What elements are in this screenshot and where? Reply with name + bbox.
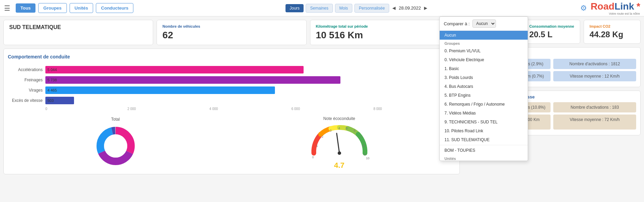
bar-track-excess: 503 [45, 97, 455, 104]
nav-center: Jours Semaines Mois Personnalisée ◄ 28.0… [286, 4, 428, 13]
reg-activations-cell: Nombre d'activations : 183 [553, 102, 636, 112]
prev-date-button[interactable]: ◄ [391, 5, 397, 11]
bar-fill-excess: 503 [45, 97, 74, 104]
svg-point-7 [338, 151, 341, 155]
dropdown-item-3-poids[interactable]: 3. Poids Lourds [440, 73, 528, 82]
donut-chart [93, 124, 138, 168]
km-label: Kilométrage total sur période [316, 24, 454, 28]
nav-btn-tous[interactable]: Tous [16, 3, 35, 13]
bar-track-virage: 4 465 [45, 86, 455, 94]
bar-row-excess: Excès de vitesse 503 [8, 97, 455, 104]
nav-btn-groupes[interactable]: Groupes [38, 3, 67, 13]
svg-text:1: 1 [316, 144, 318, 148]
compare-header: Comparer à : Aucun [440, 17, 528, 31]
current-date: 28.09.2022 [399, 5, 421, 11]
logo-text: RoadLink * [590, 3, 640, 11]
compare-dropdown: Comparer à : Aucun Aucun Groupes 0. Prem… [439, 16, 528, 161]
period-btn-jours[interactable]: Jours [286, 4, 304, 12]
bar-chart: Accélérations 5 044 Freinages 5 738 [8, 64, 455, 113]
nav-right: ⚙ RoadLink * Votre route est la nôtre [580, 1, 640, 15]
vehicles-card: Nombre de véhicules 62 [157, 20, 306, 45]
svg-text:7: 7 [360, 135, 362, 138]
nav-btn-unites[interactable]: Unités [70, 3, 93, 13]
donut-label: Total [93, 117, 138, 122]
freins-activations-cell: Nombre d'activations : 1812 [553, 59, 636, 69]
km-value: 10 516 Km [316, 30, 454, 41]
bar-row-frein: Freinages 5 738 [8, 76, 455, 84]
bar-row-virage: Virages 4 465 [8, 86, 455, 94]
reg-vitesse-cell: Vitesse moyenne : 72 Km/h [553, 115, 636, 130]
dropdown-item-6-remorques[interactable]: 6. Remorques / Frigo / Autonome [440, 100, 528, 109]
period-btn-mois[interactable]: Mois [335, 4, 352, 13]
reg-vitesse-label: Vitesse moyenne : 72 Km/h [570, 117, 620, 122]
x-tick-4000: 4 000 [209, 107, 291, 111]
period-btn-personnalisee[interactable]: Personnalisée [354, 4, 389, 13]
svg-text:5: 5 [346, 126, 348, 130]
next-date-button[interactable]: ► [423, 5, 428, 11]
hamburger-icon[interactable]: ☰ [4, 4, 10, 12]
logo-tagline: Votre route est la nôtre [590, 12, 640, 15]
dropdown-item-10-pilotes[interactable]: 10. Pilotes Road Link [440, 126, 528, 135]
dropdown-item-4-bus[interactable]: 4. Bus Autocars [440, 82, 528, 91]
svg-text:6: 6 [354, 129, 355, 132]
bar-row-accel: Accélérations 5 044 [8, 66, 455, 73]
bar-label-virage: Virages [8, 88, 45, 93]
stats-row: SUD TELEMATIQUE Nombre de véhicules 62 K… [3, 20, 460, 45]
dropdown-item-7-videos[interactable]: 7. Vidéos Médias [440, 109, 528, 118]
dropdown-section-groupes: Groupes [440, 40, 528, 46]
conso-label: Consommation moyenne [529, 24, 575, 28]
company-name: SUD TELEMATIQUE [9, 24, 61, 30]
dropdown-item-aucun[interactable]: Aucun [440, 31, 528, 40]
nav-btn-conducteurs[interactable]: Conducteurs [96, 3, 133, 13]
x-tick-0: 0 [45, 107, 127, 111]
company-card: SUD TELEMATIQUE [3, 20, 153, 45]
vehicles-value: 62 [162, 30, 301, 41]
conso-value: 20.5 L [529, 30, 575, 39]
svg-text:9: 9 [364, 153, 366, 156]
bar-value-virage: 4 465 [47, 88, 57, 92]
dropdown-item-11-sud[interactable]: 11. SUD TELEMATIQUE [440, 135, 528, 144]
chart-row: Total N [8, 116, 455, 170]
bar-label-frein: Freinages [8, 78, 45, 82]
svg-text:4: 4 [338, 126, 340, 130]
top-navigation: ☰ Tous Groupes Unités Conducteurs Jours … [0, 0, 644, 16]
dropdown-item-bom[interactable]: BOM - TOUPIES [440, 146, 528, 155]
freins-vitesse-label: Vitesse moyenne : 12 Km/h [570, 74, 620, 79]
svg-text:8: 8 [363, 144, 364, 148]
co2-value: 44.28 Kg [589, 30, 635, 39]
svg-text:3: 3 [330, 129, 332, 132]
main-content: SUD TELEMATIQUE Nombre de véhicules 62 K… [0, 16, 644, 178]
bar-label-excess: Excès de vitesse [8, 98, 45, 103]
gauge-label: Note écoconduite [309, 116, 370, 121]
dropdown-item-9-techniciens[interactable]: 9. TECHNICIENS - SUD TEL [440, 118, 528, 126]
bar-track-frein: 5 738 [45, 76, 455, 84]
x-axis: 0 2 000 4 000 6 000 8 000 [45, 107, 455, 111]
svg-text:2: 2 [322, 135, 323, 138]
bar-value-excess: 503 [47, 98, 54, 103]
vehicles-label: Nombre de véhicules [162, 24, 301, 28]
bar-value-frein: 5 738 [47, 78, 57, 82]
x-tick-6000: 6 000 [291, 107, 373, 111]
reg-activations-label: Nombre d'activations : 183 [571, 105, 619, 110]
svg-text:0: 0 [312, 156, 314, 159]
compare-select[interactable]: Aucun [472, 19, 496, 28]
dropdown-section-unites: Unités [440, 155, 528, 161]
bar-fill-frein: 5 738 [45, 76, 340, 84]
gauge-container: Note écoconduite [309, 116, 370, 170]
conso-card: Consommation moyenne 20.5 L [524, 20, 581, 44]
km-card: Kilométrage total sur période 10 516 Km [310, 20, 460, 45]
gauge-value: 4.7 [309, 161, 370, 170]
co2-label: Impact CO2 [589, 24, 635, 28]
dropdown-item-1-basic[interactable]: 1. Basic [440, 64, 528, 73]
svg-point-5 [104, 134, 127, 158]
donut-container: Total [93, 117, 138, 169]
period-btn-semaines[interactable]: Semaines [306, 4, 333, 13]
svg-line-6 [337, 133, 339, 153]
x-tick-2000: 2 000 [127, 107, 209, 111]
dropdown-item-5-btp[interactable]: 5. BTP Engins [440, 91, 528, 100]
settings-icon[interactable]: ⚙ [580, 4, 587, 13]
dropdown-item-0-electrique[interactable]: 0. Véhciule Electrique [440, 55, 528, 64]
dropdown-item-0-premium[interactable]: 0. Premium VL/VUL [440, 46, 528, 55]
bar-value-accel: 5 044 [47, 68, 57, 72]
nav-date-area: ◄ 28.09.2022 ► [391, 5, 428, 11]
